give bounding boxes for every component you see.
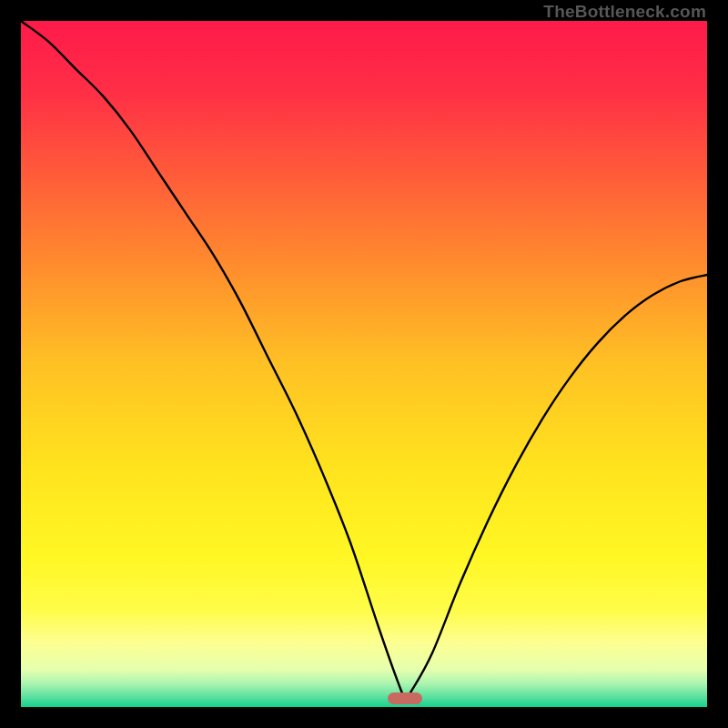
plot-area [21,21,707,707]
watermark-text: TheBottleneck.com [543,2,706,22]
bottleneck-curve [21,21,707,707]
chart-frame: TheBottleneck.com [0,0,728,728]
optimal-marker [388,693,422,704]
